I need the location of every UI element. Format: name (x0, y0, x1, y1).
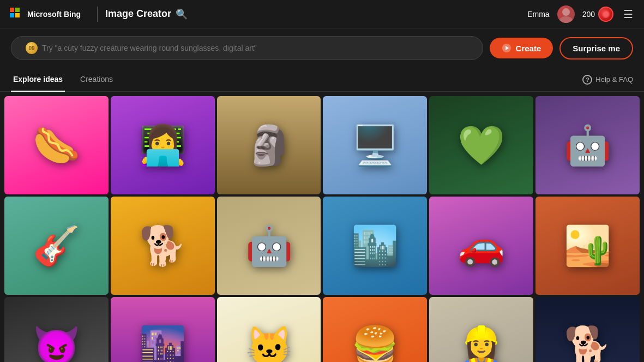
boost-button[interactable]: 09 (21, 42, 42, 54)
coin-count-label: 09 (28, 45, 34, 51)
user-name: Emma (527, 10, 549, 19)
cell-emoji-3: 🗿 (245, 126, 293, 164)
cell-emoji-7: 🎸 (33, 227, 80, 265)
svg-rect-0 (10, 8, 14, 12)
cell-emoji-1: 🌭 (33, 126, 80, 164)
grid-cell-16[interactable]: 🍔 (323, 297, 427, 362)
reward-icon[interactable] (598, 7, 613, 22)
grid-cell-13[interactable]: 😈 (4, 297, 109, 362)
search-icon[interactable]: 🔍 (176, 8, 188, 20)
search-input[interactable] (42, 44, 473, 52)
svg-point-5 (559, 16, 573, 23)
svg-point-7 (603, 11, 609, 17)
grid-cell-3[interactable]: 🗿 (217, 96, 321, 194)
cell-emoji-10: 🏙️ (351, 227, 399, 265)
image-grid: 🌭👩‍💻🗿🖥️💚🤖🎸🐕🤖🏙️🚗🏜️😈🌆🐱🍔👷‍♀️🐕 (0, 92, 644, 362)
svg-point-4 (562, 8, 570, 16)
app-title: Image Creator (105, 8, 171, 20)
grid-cell-5[interactable]: 💚 (429, 96, 533, 194)
cell-emoji-13: 😈 (33, 327, 80, 362)
header-right: Emma 200 ☰ (527, 5, 635, 23)
help-label: Help & FAQ (595, 75, 633, 84)
cell-emoji-12: 🏜️ (564, 227, 611, 265)
tab-creations-label: Creations (80, 75, 113, 84)
svg-rect-3 (15, 13, 20, 17)
bing-logo-icon (9, 7, 24, 22)
cell-emoji-14: 🌆 (139, 327, 186, 362)
bing-logo[interactable]: Microsoft Bing (9, 7, 81, 22)
grid-cell-17[interactable]: 👷‍♀️ (429, 297, 533, 362)
cell-emoji-15: 🐱 (245, 327, 293, 362)
surprise-button[interactable]: Surprise me (559, 37, 633, 60)
create-icon (502, 43, 511, 53)
header-divider (97, 7, 98, 22)
cell-emoji-9: 🤖 (245, 227, 293, 265)
create-button[interactable]: Create (490, 38, 553, 58)
coin-count: 200 (582, 10, 595, 19)
grid-cell-8[interactable]: 🐕 (111, 197, 215, 295)
cell-emoji-16: 🍔 (351, 327, 399, 362)
grid-cell-4[interactable]: 🖥️ (323, 96, 427, 194)
tab-explore-ideas-label: Explore ideas (13, 75, 63, 84)
cell-emoji-17: 👷‍♀️ (458, 327, 505, 362)
svg-rect-2 (10, 13, 14, 17)
grid-cell-11[interactable]: 🚗 (429, 197, 533, 295)
grid-cell-15[interactable]: 🐱 (217, 297, 321, 362)
cell-emoji-4: 🖥️ (351, 126, 399, 164)
coin-icon: 09 (26, 42, 38, 54)
avatar[interactable] (557, 5, 575, 23)
bing-text: Microsoft Bing (27, 10, 81, 19)
grid-cell-7[interactable]: 🎸 (4, 197, 109, 295)
cell-emoji-5: 💚 (458, 126, 505, 164)
create-label: Create (516, 44, 541, 53)
tab-explore-ideas[interactable]: Explore ideas (11, 68, 65, 92)
search-bar-area: 09 Create Surprise me (0, 28, 644, 68)
grid-cell-12[interactable]: 🏜️ (535, 197, 640, 295)
grid-cell-6[interactable]: 🤖 (535, 96, 640, 194)
surprise-label: Surprise me (573, 44, 620, 53)
header: Microsoft Bing Image Creator 🔍 Emma 200 … (0, 0, 644, 28)
search-input-wrap: 09 (11, 36, 483, 60)
grid-cell-9[interactable]: 🤖 (217, 197, 321, 295)
grid-cell-10[interactable]: 🏙️ (323, 197, 427, 295)
grid-cell-2[interactable]: 👩‍💻 (111, 96, 215, 194)
cell-emoji-2: 👩‍💻 (139, 126, 186, 164)
help-icon: ? (582, 75, 592, 85)
grid-cell-14[interactable]: 🌆 (111, 297, 215, 362)
tabs-row: Explore ideas Creations ? Help & FAQ (0, 68, 644, 92)
svg-rect-1 (15, 8, 20, 12)
help-faq[interactable]: ? Help & FAQ (582, 75, 633, 85)
tab-creations[interactable]: Creations (78, 68, 115, 92)
cell-emoji-11: 🚗 (458, 227, 505, 265)
cell-emoji-6: 🤖 (564, 126, 611, 164)
coins-badge: 200 (582, 7, 613, 22)
menu-icon[interactable]: ☰ (621, 5, 635, 23)
cell-emoji-8: 🐕 (139, 227, 186, 265)
grid-cell-1[interactable]: 🌭 (4, 96, 109, 194)
grid-cell-18[interactable]: 🐕 (535, 297, 640, 362)
cell-emoji-18: 🐕 (564, 327, 611, 362)
